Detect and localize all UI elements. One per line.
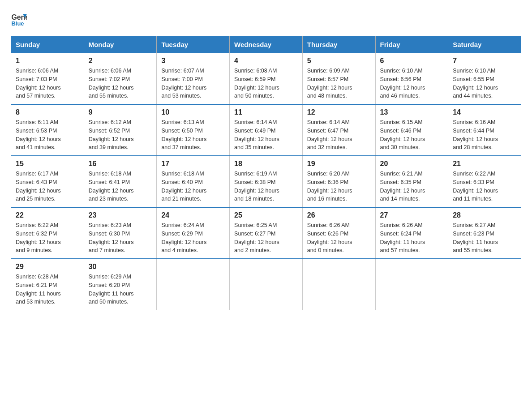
calendar-day-cell: 14 Sunrise: 6:16 AMSunset: 6:44 PMDaylig… <box>448 104 521 156</box>
day-info: Sunrise: 6:16 AMSunset: 6:44 PMDaylight:… <box>453 118 516 152</box>
day-info: Sunrise: 6:25 AMSunset: 6:27 PMDaylight:… <box>234 221 298 255</box>
day-info: Sunrise: 6:18 AMSunset: 6:40 PMDaylight:… <box>161 170 225 203</box>
calendar-week-row: 29 Sunrise: 6:28 AMSunset: 6:21 PMDaylig… <box>11 259 521 310</box>
day-number: 7 <box>453 57 516 65</box>
day-info: Sunrise: 6:15 AMSunset: 6:46 PMDaylight:… <box>380 118 444 152</box>
day-info: Sunrise: 6:21 AMSunset: 6:35 PMDaylight:… <box>380 170 444 203</box>
day-info: Sunrise: 6:10 AMSunset: 6:56 PMDaylight:… <box>380 67 444 100</box>
calendar-day-cell: 27 Sunrise: 6:26 AMSunset: 6:24 PMDaylig… <box>375 207 448 259</box>
day-info: Sunrise: 6:22 AMSunset: 6:33 PMDaylight:… <box>453 170 516 203</box>
calendar-day-cell: 10 Sunrise: 6:13 AMSunset: 6:50 PMDaylig… <box>157 104 230 156</box>
day-info: Sunrise: 6:09 AMSunset: 6:57 PMDaylight:… <box>307 67 371 100</box>
day-info: Sunrise: 6:29 AMSunset: 6:20 PMDaylight:… <box>89 273 152 306</box>
calendar-day-cell: 1 Sunrise: 6:06 AMSunset: 7:03 PMDayligh… <box>11 53 84 105</box>
day-info: Sunrise: 6:06 AMSunset: 7:03 PMDaylight:… <box>16 67 79 100</box>
calendar-day-cell: 2 Sunrise: 6:06 AMSunset: 7:02 PMDayligh… <box>84 53 157 105</box>
day-number: 9 <box>89 108 152 116</box>
calendar-header-row: SundayMondayTuesdayWednesdayThursdayFrid… <box>11 36 521 53</box>
day-number: 24 <box>161 211 225 219</box>
day-number: 3 <box>161 57 225 65</box>
calendar-day-cell: 29 Sunrise: 6:28 AMSunset: 6:21 PMDaylig… <box>11 259 84 310</box>
day-info: Sunrise: 6:08 AMSunset: 6:59 PMDaylight:… <box>234 67 298 100</box>
calendar-day-cell: 28 Sunrise: 6:27 AMSunset: 6:23 PMDaylig… <box>448 207 521 259</box>
day-info: Sunrise: 6:26 AMSunset: 6:24 PMDaylight:… <box>380 221 444 255</box>
day-info: Sunrise: 6:12 AMSunset: 6:52 PMDaylight:… <box>89 118 152 152</box>
day-number: 18 <box>234 160 298 168</box>
calendar-day-cell: 3 Sunrise: 6:07 AMSunset: 7:00 PMDayligh… <box>157 53 230 105</box>
day-info: Sunrise: 6:24 AMSunset: 6:29 PMDaylight:… <box>161 221 225 255</box>
day-number: 19 <box>307 160 371 168</box>
calendar-header-wednesday: Wednesday <box>230 36 303 53</box>
day-number: 12 <box>307 108 371 116</box>
day-number: 30 <box>89 263 152 271</box>
day-info: Sunrise: 6:20 AMSunset: 6:36 PMDaylight:… <box>307 170 371 203</box>
day-number: 6 <box>380 57 444 65</box>
calendar-day-cell: 9 Sunrise: 6:12 AMSunset: 6:52 PMDayligh… <box>84 104 157 156</box>
day-info: Sunrise: 6:18 AMSunset: 6:41 PMDaylight:… <box>89 170 152 203</box>
calendar-day-cell: 19 Sunrise: 6:20 AMSunset: 6:36 PMDaylig… <box>302 156 375 207</box>
calendar-day-cell: 6 Sunrise: 6:10 AMSunset: 6:56 PMDayligh… <box>375 53 448 105</box>
day-number: 26 <box>307 211 371 219</box>
calendar-day-cell: 5 Sunrise: 6:09 AMSunset: 6:57 PMDayligh… <box>302 53 375 105</box>
calendar-day-cell: 22 Sunrise: 6:22 AMSunset: 6:32 PMDaylig… <box>11 207 84 259</box>
calendar-day-cell: 7 Sunrise: 6:10 AMSunset: 6:55 PMDayligh… <box>448 53 521 105</box>
calendar-day-cell <box>302 259 375 310</box>
day-info: Sunrise: 6:11 AMSunset: 6:53 PMDaylight:… <box>16 118 79 152</box>
day-info: Sunrise: 6:23 AMSunset: 6:30 PMDaylight:… <box>89 221 152 255</box>
day-info: Sunrise: 6:17 AMSunset: 6:43 PMDaylight:… <box>16 170 79 203</box>
day-number: 15 <box>16 160 79 168</box>
calendar-week-row: 1 Sunrise: 6:06 AMSunset: 7:03 PMDayligh… <box>11 53 521 105</box>
calendar-header-friday: Friday <box>375 36 448 53</box>
day-info: Sunrise: 6:14 AMSunset: 6:49 PMDaylight:… <box>234 118 298 152</box>
calendar-header-sunday: Sunday <box>11 36 84 53</box>
calendar-day-cell: 25 Sunrise: 6:25 AMSunset: 6:27 PMDaylig… <box>230 207 303 259</box>
day-number: 23 <box>89 211 152 219</box>
day-number: 1 <box>16 57 79 65</box>
calendar-day-cell: 15 Sunrise: 6:17 AMSunset: 6:43 PMDaylig… <box>11 156 84 207</box>
calendar-day-cell <box>375 259 448 310</box>
calendar-day-cell: 30 Sunrise: 6:29 AMSunset: 6:20 PMDaylig… <box>84 259 157 310</box>
calendar-day-cell: 20 Sunrise: 6:21 AMSunset: 6:35 PMDaylig… <box>375 156 448 207</box>
calendar-header-thursday: Thursday <box>302 36 375 53</box>
calendar-day-cell <box>230 259 303 310</box>
calendar-week-row: 15 Sunrise: 6:17 AMSunset: 6:43 PMDaylig… <box>11 156 521 207</box>
day-number: 25 <box>234 211 298 219</box>
day-number: 21 <box>453 160 516 168</box>
calendar-day-cell <box>448 259 521 310</box>
day-number: 2 <box>89 57 152 65</box>
day-number: 17 <box>161 160 225 168</box>
calendar-day-cell: 8 Sunrise: 6:11 AMSunset: 6:53 PMDayligh… <box>11 104 84 156</box>
day-number: 29 <box>16 263 79 271</box>
calendar-header-tuesday: Tuesday <box>157 36 230 53</box>
calendar-table: SundayMondayTuesdayWednesdayThursdayFrid… <box>11 36 521 310</box>
calendar-day-cell: 26 Sunrise: 6:26 AMSunset: 6:26 PMDaylig… <box>302 207 375 259</box>
calendar-day-cell: 4 Sunrise: 6:08 AMSunset: 6:59 PMDayligh… <box>230 53 303 105</box>
day-number: 27 <box>380 211 444 219</box>
calendar-day-cell <box>157 259 230 310</box>
day-number: 5 <box>307 57 371 65</box>
day-info: Sunrise: 6:06 AMSunset: 7:02 PMDaylight:… <box>89 67 152 100</box>
day-number: 14 <box>453 108 516 116</box>
day-number: 4 <box>234 57 298 65</box>
day-number: 10 <box>161 108 225 116</box>
logo-icon: General Blue <box>11 11 27 27</box>
day-number: 28 <box>453 211 516 219</box>
day-number: 20 <box>380 160 444 168</box>
day-info: Sunrise: 6:28 AMSunset: 6:21 PMDaylight:… <box>16 273 79 306</box>
day-number: 8 <box>16 108 79 116</box>
calendar-header-saturday: Saturday <box>448 36 521 53</box>
day-info: Sunrise: 6:22 AMSunset: 6:32 PMDaylight:… <box>16 221 79 255</box>
day-info: Sunrise: 6:26 AMSunset: 6:26 PMDaylight:… <box>307 221 371 255</box>
calendar-day-cell: 21 Sunrise: 6:22 AMSunset: 6:33 PMDaylig… <box>448 156 521 207</box>
calendar-week-row: 22 Sunrise: 6:22 AMSunset: 6:32 PMDaylig… <box>11 207 521 259</box>
calendar-day-cell: 11 Sunrise: 6:14 AMSunset: 6:49 PMDaylig… <box>230 104 303 156</box>
calendar-day-cell: 18 Sunrise: 6:19 AMSunset: 6:38 PMDaylig… <box>230 156 303 207</box>
day-number: 16 <box>89 160 152 168</box>
day-number: 13 <box>380 108 444 116</box>
day-info: Sunrise: 6:19 AMSunset: 6:38 PMDaylight:… <box>234 170 298 203</box>
header: General Blue <box>11 11 521 27</box>
calendar-day-cell: 23 Sunrise: 6:23 AMSunset: 6:30 PMDaylig… <box>84 207 157 259</box>
calendar-day-cell: 12 Sunrise: 6:14 AMSunset: 6:47 PMDaylig… <box>302 104 375 156</box>
calendar-week-row: 8 Sunrise: 6:11 AMSunset: 6:53 PMDayligh… <box>11 104 521 156</box>
day-info: Sunrise: 6:14 AMSunset: 6:47 PMDaylight:… <box>307 118 371 152</box>
